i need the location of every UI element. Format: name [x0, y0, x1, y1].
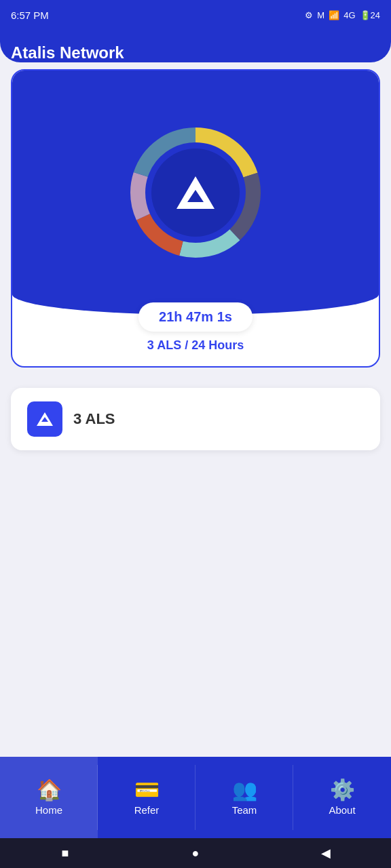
about-icon: ⚙️ — [330, 780, 355, 800]
refer-label: Refer — [134, 804, 160, 816]
als-logo — [27, 401, 62, 437]
nav-item-refer[interactable]: 💳 Refer — [98, 757, 196, 838]
timer-text: 21h 47m 1s — [159, 309, 232, 324]
home-label: Home — [35, 804, 62, 816]
status-bar: 6:57 PM ⚙ M 📶 4G 🔋24 — [0, 0, 391, 30]
stop-button[interactable]: ■ — [53, 841, 77, 865]
status-icons: ⚙ M 📶 4G 🔋24 — [305, 10, 380, 20]
chart-area — [12, 71, 379, 315]
als-logo-icon — [37, 412, 53, 426]
status-time: 6:57 PM — [11, 9, 49, 21]
mining-card: 21h 47m 1s 3 ALS / 24 Hours — [11, 69, 380, 368]
main-content: Atalis Network — [0, 30, 391, 787]
refer-icon: 💳 — [134, 780, 160, 800]
nav-item-about[interactable]: ⚙️ About — [293, 757, 391, 838]
signal-icon: 4G — [343, 10, 355, 20]
team-icon: 👥 — [232, 780, 257, 800]
logo-icon — [176, 176, 215, 209]
settings-status-icon: ⚙ — [305, 10, 313, 20]
nav-item-home[interactable]: 🏠 Home — [0, 757, 98, 838]
balance-amount: 3 ALS — [73, 410, 115, 428]
bottom-nav: 🏠 Home 💳 Refer 👥 Team ⚙️ About — [0, 757, 391, 838]
team-label: Team — [232, 804, 257, 816]
donut-center[interactable] — [151, 149, 240, 237]
wifi-icon: 📶 — [329, 10, 339, 20]
battery-icon: 🔋24 — [360, 10, 380, 20]
mining-rate: 3 ALS / 24 Hours — [12, 338, 379, 353]
home-icon: 🏠 — [37, 780, 62, 800]
header-section: Atalis Network — [0, 30, 391, 62]
balance-card: 3 ALS — [11, 388, 380, 450]
timer-pill: 21h 47m 1s — [138, 302, 253, 332]
back-button[interactable]: ◀ — [314, 841, 338, 865]
mail-status-icon: M — [317, 10, 324, 20]
nav-item-team[interactable]: 👥 Team — [196, 757, 293, 838]
home-button[interactable]: ● — [183, 841, 208, 865]
app-title: Atalis Network — [11, 43, 380, 62]
about-label: About — [329, 804, 355, 816]
system-nav: ■ ● ◀ — [0, 838, 391, 868]
donut-chart — [114, 111, 277, 274]
